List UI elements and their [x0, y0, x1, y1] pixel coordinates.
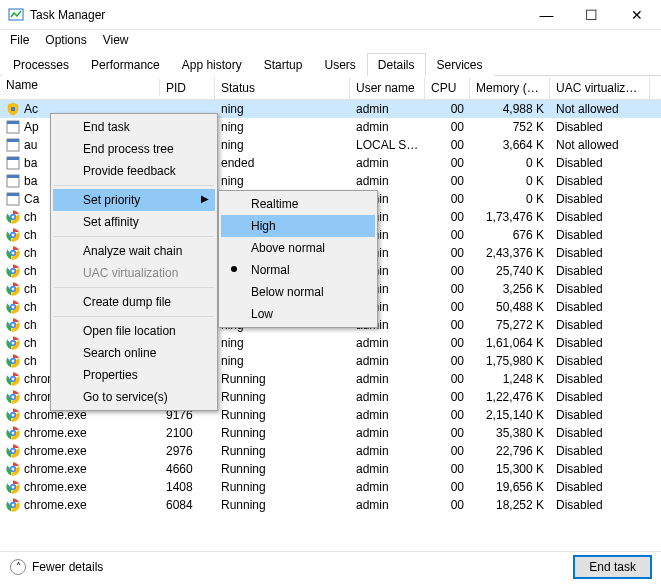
- svg-point-31: [12, 270, 15, 273]
- chrome-icon: [6, 372, 20, 386]
- cell-cpu: 00: [425, 137, 470, 153]
- menu-item-open-file-location[interactable]: Open file location: [53, 320, 215, 342]
- svg-rect-5: [7, 139, 19, 142]
- cell-uac: Disabled: [550, 407, 650, 423]
- priority-low[interactable]: Low: [221, 303, 375, 325]
- close-button[interactable]: ✕: [614, 0, 659, 30]
- cell-pid: 4660: [160, 461, 215, 477]
- cell-user: admin: [350, 173, 425, 189]
- column-memory[interactable]: Memory (a...: [470, 77, 550, 99]
- menu-item-properties[interactable]: Properties: [53, 364, 215, 386]
- cell-status: Running: [215, 425, 350, 441]
- cell-cpu: 00: [425, 119, 470, 135]
- cell-uac: Disabled: [550, 191, 650, 207]
- menu-bar: File Options View: [0, 30, 661, 50]
- priority-normal[interactable]: Normal: [221, 259, 375, 281]
- chevron-up-icon: ˄: [10, 559, 26, 575]
- cell-user: admin: [350, 497, 425, 513]
- cell-memory: 4,988 K: [470, 101, 550, 117]
- cell-cpu: 00: [425, 101, 470, 117]
- tab-services[interactable]: Services: [426, 53, 494, 76]
- menu-item-end-task[interactable]: End task: [53, 116, 215, 138]
- chrome-icon: [6, 318, 20, 332]
- menu-item-analyze-wait-chain[interactable]: Analyze wait chain: [53, 240, 215, 262]
- tab-strip: Processes Performance App history Startu…: [0, 52, 661, 76]
- cell-uac: Disabled: [550, 299, 650, 315]
- shield-icon: [6, 102, 20, 116]
- cell-memory: 0 K: [470, 173, 550, 189]
- tab-users[interactable]: Users: [313, 53, 366, 76]
- process-name: chrome.exe: [24, 426, 87, 440]
- end-task-button[interactable]: End task: [574, 556, 651, 578]
- cell-status: Running: [215, 407, 350, 423]
- chrome-icon: [6, 444, 20, 458]
- menu-item-create-dump-file[interactable]: Create dump file: [53, 291, 215, 313]
- cell-user: admin: [350, 353, 425, 369]
- menu-separator: [54, 287, 214, 288]
- column-user[interactable]: User name: [350, 77, 425, 99]
- priority-above-normal[interactable]: Above normal: [221, 237, 375, 259]
- column-cpu[interactable]: CPU: [425, 77, 470, 99]
- cell-status: Running: [215, 497, 350, 513]
- cell-status: ning: [215, 353, 350, 369]
- svg-point-16: [12, 216, 15, 219]
- table-row[interactable]: chrome.exe6084Runningadmin0018,252 KDisa…: [0, 496, 661, 514]
- cell-cpu: 00: [425, 245, 470, 261]
- radio-checked-icon: [231, 266, 237, 272]
- cell-memory: 75,272 K: [470, 317, 550, 333]
- chrome-icon: [6, 462, 20, 476]
- tab-app-history[interactable]: App history: [171, 53, 253, 76]
- cell-cpu: 00: [425, 425, 470, 441]
- tab-performance[interactable]: Performance: [80, 53, 171, 76]
- column-pid[interactable]: PID: [160, 77, 215, 99]
- window-controls: — ☐ ✕: [524, 0, 659, 30]
- column-uac[interactable]: UAC virtualizat...: [550, 77, 650, 99]
- menu-options[interactable]: Options: [37, 31, 94, 49]
- priority-realtime[interactable]: Realtime: [221, 193, 375, 215]
- priority-high[interactable]: High: [221, 215, 375, 237]
- tab-details[interactable]: Details: [367, 53, 426, 76]
- cell-user: LOCAL SE...: [350, 137, 425, 153]
- svg-point-76: [12, 432, 15, 435]
- svg-point-41: [12, 306, 15, 309]
- cell-memory: 1,73,476 K: [470, 209, 550, 225]
- column-name[interactable]: ▲Name: [0, 79, 160, 96]
- maximize-button[interactable]: ☐: [569, 0, 614, 30]
- svg-point-26: [12, 252, 15, 255]
- fewer-details-toggle[interactable]: ˄ Fewer details: [10, 559, 574, 575]
- menu-item-set-priority[interactable]: Set priority▶: [53, 189, 215, 211]
- cell-uac: Disabled: [550, 209, 650, 225]
- cell-cpu: 00: [425, 281, 470, 297]
- cell-uac: Disabled: [550, 497, 650, 513]
- table-row[interactable]: chrome.exe2100Runningadmin0035,380 KDisa…: [0, 424, 661, 442]
- cell-user: admin: [350, 425, 425, 441]
- table-row[interactable]: chrome.exe1408Runningadmin0019,656 KDisa…: [0, 478, 661, 496]
- menu-item-set-affinity[interactable]: Set affinity: [53, 211, 215, 233]
- svg-point-71: [12, 414, 15, 417]
- tab-processes[interactable]: Processes: [2, 53, 80, 76]
- column-status[interactable]: Status: [215, 77, 350, 99]
- tab-startup[interactable]: Startup: [253, 53, 314, 76]
- cell-uac: Disabled: [550, 227, 650, 243]
- chrome-icon: [6, 408, 20, 422]
- table-row[interactable]: chrome.exe4660Runningadmin0015,300 KDisa…: [0, 460, 661, 478]
- svg-point-91: [12, 486, 15, 489]
- menu-file[interactable]: File: [2, 31, 37, 49]
- cell-uac: Disabled: [550, 335, 650, 351]
- cell-user: admin: [350, 461, 425, 477]
- priority-below-normal[interactable]: Below normal: [221, 281, 375, 303]
- svg-rect-11: [7, 193, 19, 196]
- menu-item-go-to-service-s-[interactable]: Go to service(s): [53, 386, 215, 408]
- cell-status: Running: [215, 389, 350, 405]
- cell-uac: Disabled: [550, 173, 650, 189]
- cell-user: admin: [350, 371, 425, 387]
- menu-view[interactable]: View: [95, 31, 137, 49]
- menu-item-end-process-tree[interactable]: End process tree: [53, 138, 215, 160]
- table-row[interactable]: chrome.exe2976Runningadmin0022,796 KDisa…: [0, 442, 661, 460]
- cell-memory: 1,22,476 K: [470, 389, 550, 405]
- svg-point-51: [12, 342, 15, 345]
- minimize-button[interactable]: —: [524, 0, 569, 30]
- menu-item-provide-feedback[interactable]: Provide feedback: [53, 160, 215, 182]
- process-name: chrome.exe: [24, 462, 87, 476]
- menu-item-search-online[interactable]: Search online: [53, 342, 215, 364]
